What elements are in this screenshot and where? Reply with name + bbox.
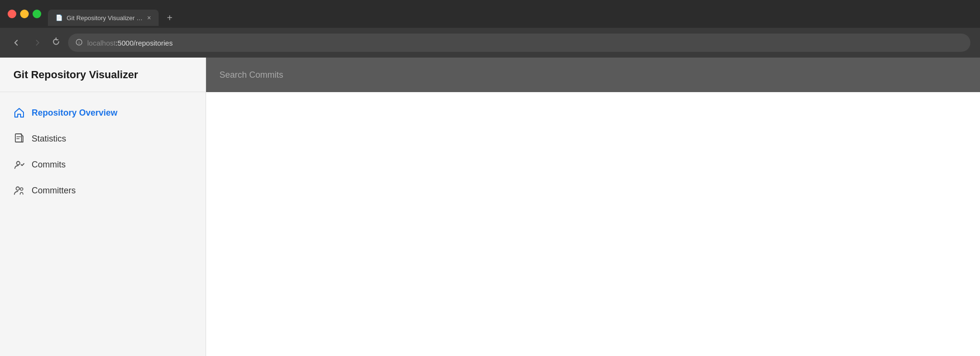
sidebar-item-label-repository-overview: Repository Overview: [32, 108, 117, 118]
sidebar-header: Git Repository Visualizer: [0, 58, 206, 92]
sidebar-nav: Repository Overview Statistics: [0, 92, 206, 211]
close-traffic-light[interactable]: [8, 10, 16, 18]
minimize-traffic-light[interactable]: [20, 10, 29, 18]
svg-point-5: [20, 188, 23, 190]
main-content: [206, 58, 980, 356]
search-input[interactable]: [219, 70, 967, 80]
tab-close-button[interactable]: ×: [147, 14, 151, 22]
committers-icon: [13, 185, 25, 196]
svg-rect-2: [15, 134, 22, 142]
new-tab-button[interactable]: +: [162, 11, 177, 25]
traffic-lights: [8, 10, 41, 18]
reload-button[interactable]: [52, 37, 60, 48]
svg-text:i: i: [79, 40, 80, 45]
svg-point-3: [17, 162, 20, 165]
sidebar-item-label-commits: Commits: [32, 160, 66, 170]
tab-page-icon: 📄: [56, 14, 63, 21]
sidebar-item-repository-overview[interactable]: Repository Overview: [0, 100, 206, 126]
url-text: localhost:5000/repositories: [87, 39, 173, 47]
url-path: :5000/repositories: [115, 39, 173, 47]
sidebar-item-commits[interactable]: Commits: [0, 152, 206, 178]
sidebar-item-committers[interactable]: Committers: [0, 178, 206, 203]
maximize-traffic-light[interactable]: [33, 10, 41, 18]
url-protocol: localhost: [87, 39, 115, 47]
url-bar[interactable]: i localhost:5000/repositories: [68, 34, 970, 52]
browser-tab[interactable]: 📄 Git Repository Visualizer (Flask ×: [48, 10, 159, 26]
search-bar: [206, 58, 980, 92]
sidebar-item-label-statistics: Statistics: [32, 134, 66, 144]
sidebar-item-label-committers: Committers: [32, 186, 76, 196]
content-area: [206, 92, 980, 356]
back-button[interactable]: [10, 36, 23, 49]
commits-icon: [13, 159, 25, 170]
svg-point-4: [16, 187, 20, 190]
app-layout: Git Repository Visualizer Repository Ove…: [0, 58, 980, 356]
sidebar-item-statistics[interactable]: Statistics: [0, 126, 206, 152]
app-title: Git Repository Visualizer: [13, 69, 138, 81]
file-icon: [13, 133, 25, 144]
address-bar: i localhost:5000/repositories: [0, 28, 980, 58]
tab-title: Git Repository Visualizer (Flask: [67, 14, 143, 22]
forward-button[interactable]: [31, 36, 44, 49]
home-icon: [13, 107, 25, 118]
security-icon: i: [76, 39, 82, 47]
sidebar: Git Repository Visualizer Repository Ove…: [0, 58, 206, 356]
